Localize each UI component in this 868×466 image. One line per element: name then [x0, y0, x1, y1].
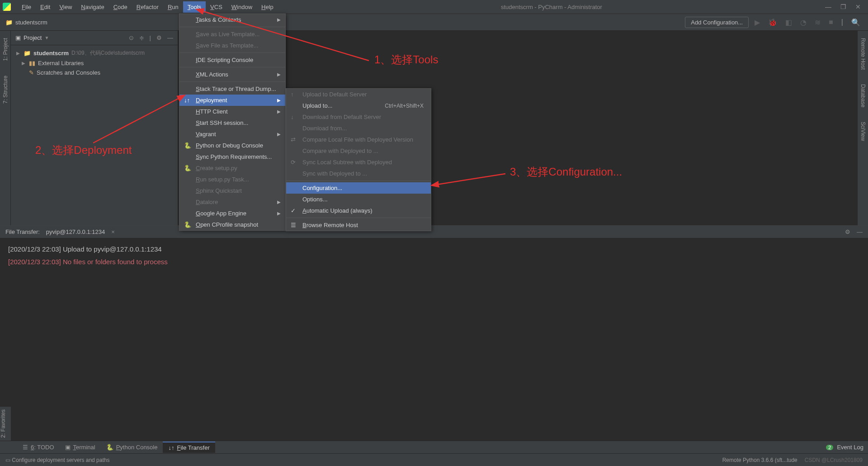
bottom-tab--todo[interactable]: ☰6: TODO: [17, 442, 60, 453]
menu-vcs[interactable]: VCS: [206, 1, 227, 13]
deploy-item-compare-with-deployed-to-: Compare with Deployed to ...: [286, 145, 431, 157]
project-tool-tab[interactable]: 1: Project: [2, 35, 9, 64]
menu-view[interactable]: View: [55, 1, 76, 13]
tools-item-google-app-engine[interactable]: Google App Engine▶: [179, 208, 285, 219]
tree-root-item[interactable]: ▶ 📁 studentscrm D:\09、代码Code\studentscrm: [11, 48, 178, 58]
tools-item-datalore: Datalore▶: [179, 196, 285, 208]
close-button[interactable]: ✕: [855, 3, 861, 10]
tools-item-save-as-live-template-: Save as Live Template...: [179, 29, 285, 40]
tools-item-deployment[interactable]: ↓↑Deployment▶: [179, 95, 285, 106]
event-log-button[interactable]: Event Log: [837, 444, 863, 451]
favorites-tab[interactable]: 2: Favorites: [0, 407, 6, 441]
left-bottom-gutter: 2: Favorites: [0, 407, 11, 441]
window-controls: — ❐ ✕: [825, 3, 865, 10]
structure-tool-tab[interactable]: 7: Structure: [2, 73, 9, 106]
sciview-tab[interactable]: SciView: [860, 119, 866, 143]
menu-code[interactable]: Code: [109, 1, 132, 13]
menu-edit[interactable]: Edit: [36, 1, 55, 13]
add-configuration-button[interactable]: Add Configuration...: [685, 17, 749, 28]
deploy-item-download-from-: Download from...: [286, 123, 431, 134]
menu-refactor[interactable]: Refactor: [132, 1, 163, 13]
file-transfer-tab[interactable]: pyvip@127.0.0.1:1234: [46, 228, 105, 235]
folder-icon: 📁: [5, 19, 13, 26]
coverage-icon[interactable]: ◧: [783, 18, 794, 27]
menu-navigate[interactable]: Navigate: [76, 1, 108, 13]
navigation-toolbar: 📁 studentscrm Add Configuration... ▶ 🐞 ◧…: [0, 14, 868, 31]
close-tab-icon[interactable]: ×: [111, 228, 115, 235]
deploy-item-upload-to-[interactable]: Upload to...Ctrl+Alt+Shift+X: [286, 100, 431, 111]
concurrency-icon[interactable]: ≋: [812, 18, 823, 27]
breadcrumb[interactable]: 📁 studentscrm: [5, 19, 47, 26]
scratch-icon: ✎: [29, 69, 34, 76]
external-libraries-item[interactable]: ▶ ▮▮ External Libraries: [11, 58, 178, 68]
interpreter-label[interactable]: Remote Python 3.6.6 (sft...tude: [722, 457, 797, 463]
file-transfer-panel: File Transfer: pyvip@127.0.0.1:1234 × ⚙ …: [0, 225, 868, 441]
hide-panel-icon[interactable]: —: [167, 34, 173, 41]
bottom-tab-python-console[interactable]: 🐍Python Console: [101, 442, 163, 453]
tools-item-run-setup-py-task-: Run setup.py Task...: [179, 174, 285, 185]
project-panel-title[interactable]: Project: [24, 34, 42, 41]
tools-item-python-or-debug-console[interactable]: 🐍Python or Debug Console: [179, 140, 285, 151]
folder-icon: 📁: [24, 50, 31, 57]
titlebar: FileEditViewNavigateCodeRefactorRunTools…: [0, 0, 868, 14]
project-panel-header: ▣ Project ▼ ⊙ ≑ | ⚙ —: [11, 31, 178, 45]
database-tab[interactable]: Database: [860, 81, 866, 110]
tools-item-http-client[interactable]: HTTP Client▶: [179, 106, 285, 117]
run-icon[interactable]: ▶: [752, 18, 762, 27]
tools-item-sphinx-quickstart: Sphinx Quickstart: [179, 185, 285, 196]
panel-hide-icon[interactable]: —: [857, 228, 863, 235]
menu-run[interactable]: Run: [163, 1, 183, 13]
deploy-item-configuration-[interactable]: Configuration...: [286, 182, 431, 194]
watermark: CSDN @LCrush201809: [805, 457, 863, 463]
tools-item-sync-python-requirements-[interactable]: Sync Python Requirements...: [179, 151, 285, 162]
bottom-tab-file-transfer[interactable]: ↓↑File Transfer: [163, 442, 215, 453]
breadcrumb-text: studentscrm: [15, 19, 47, 26]
deploy-item-options-[interactable]: Options...: [286, 194, 431, 205]
pycharm-logo-icon: [3, 3, 11, 11]
scratches-item[interactable]: ▶ ✎ Scratches and Consoles: [11, 68, 178, 77]
profile-icon[interactable]: ◔: [798, 18, 809, 27]
tools-item-save-file-as-template-: Save File as Template...: [179, 40, 285, 51]
search-everywhere-icon[interactable]: 🔍: [849, 18, 863, 27]
library-icon: ▮▮: [29, 60, 35, 67]
menubar: FileEditViewNavigateCodeRefactorRunTools…: [17, 1, 278, 13]
tools-menu-dropdown: Tasks & Contexts▶Save as Live Template..…: [179, 14, 286, 231]
status-message-icon: ▭: [5, 457, 10, 463]
settings-icon[interactable]: ⚙: [156, 34, 162, 41]
project-view-icon: ▣: [15, 34, 21, 41]
menu-window[interactable]: Window: [227, 1, 257, 13]
expand-all-icon[interactable]: ≑: [139, 34, 144, 41]
stop-icon[interactable]: ■: [826, 18, 835, 26]
bottom-tool-tabs: ☰6: TODO▣Terminal🐍Python Console↓↑File T…: [0, 441, 868, 453]
deploy-item-browse-remote-host[interactable]: ☰Browse Remote Host: [286, 219, 431, 231]
deploy-item-automatic-upload-always-[interactable]: ✓Automatic Upload (always): [286, 205, 431, 216]
file-transfer-label: File Transfer:: [5, 228, 40, 235]
event-log-badge: 2: [826, 445, 833, 450]
debug-icon[interactable]: 🐞: [766, 18, 779, 27]
tools-item-ide-scripting-console[interactable]: IDE Scripting Console: [179, 54, 285, 66]
maximize-button[interactable]: ❐: [840, 3, 846, 10]
project-tree: ▶ 📁 studentscrm D:\09、代码Code\studentscrm…: [11, 45, 178, 80]
bottom-tab-terminal[interactable]: ▣Terminal: [60, 442, 101, 453]
tools-item-xml-actions[interactable]: XML Actions▶: [179, 69, 285, 80]
remote-host-tab[interactable]: Remote Host: [860, 35, 866, 72]
window-title: studentscrm - PyCharm - Administrator: [278, 4, 825, 10]
deploy-item-download-from-default-server: ↓Download from Default Server: [286, 111, 431, 123]
menu-file[interactable]: File: [17, 1, 36, 13]
tools-item-start-ssh-session-[interactable]: Start SSH session...: [179, 117, 285, 128]
tools-item-vagrant[interactable]: Vagrant▶: [179, 128, 285, 140]
tools-item-tasks-contexts[interactable]: Tasks & Contexts▶: [179, 14, 285, 25]
panel-settings-icon[interactable]: ⚙: [845, 228, 850, 235]
deploy-item-sync-with-deployed-to-: Sync with Deployed to ...: [286, 168, 431, 179]
tools-item-open-cprofile-snapshot[interactable]: 🐍Open CProfile snapshot: [179, 219, 285, 230]
locate-icon[interactable]: ⊙: [129, 34, 134, 41]
chevron-down-icon[interactable]: ▼: [44, 35, 49, 40]
menu-help[interactable]: Help: [257, 1, 278, 13]
menu-tools[interactable]: Tools: [183, 1, 206, 13]
tools-item-create-setup-py: 🐍Create setup.py: [179, 162, 285, 174]
deploy-item-upload-to-default-server: ↑Upload to Default Server: [286, 89, 431, 100]
tools-item-stack-trace-or-thread-dump-[interactable]: Stack Trace or Thread Dump...: [179, 83, 285, 95]
minimize-button[interactable]: —: [825, 3, 831, 10]
deploy-item-compare-local-file-with-deployed-version: ⇄Compare Local File with Deployed Versio…: [286, 134, 431, 145]
file-transfer-header: File Transfer: pyvip@127.0.0.1:1234 × ⚙ …: [0, 226, 868, 238]
